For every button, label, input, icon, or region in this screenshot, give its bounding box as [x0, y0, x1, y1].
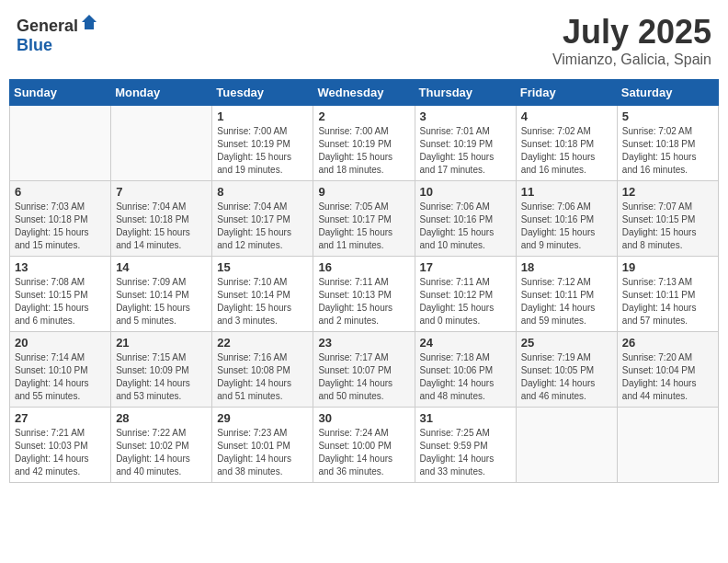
- calendar-cell: 20Sunrise: 7:14 AM Sunset: 10:10 PM Dayl…: [10, 332, 111, 408]
- calendar-header-row: SundayMondayTuesdayWednesdayThursdayFrid…: [10, 80, 719, 106]
- day-number: 2: [318, 109, 409, 123]
- logo-icon: [80, 13, 98, 31]
- logo-general: General: [17, 17, 78, 35]
- day-number: 13: [15, 260, 106, 274]
- calendar-cell: 27Sunrise: 7:21 AM Sunset: 10:03 PM Dayl…: [10, 408, 111, 483]
- day-detail: Sunrise: 7:00 AM Sunset: 10:19 PM Daylig…: [217, 125, 308, 177]
- calendar-cell: 28Sunrise: 7:22 AM Sunset: 10:02 PM Dayl…: [111, 408, 212, 483]
- day-number: 14: [116, 260, 207, 274]
- day-detail: Sunrise: 7:08 AM Sunset: 10:15 PM Daylig…: [15, 276, 106, 327]
- weekday-header: Thursday: [415, 80, 516, 106]
- calendar-cell: 1Sunrise: 7:00 AM Sunset: 10:19 PM Dayli…: [212, 106, 313, 181]
- calendar-cell: 5Sunrise: 7:02 AM Sunset: 10:18 PM Dayli…: [617, 106, 718, 181]
- day-detail: Sunrise: 7:24 AM Sunset: 10:00 PM Daylig…: [318, 427, 409, 478]
- calendar-cell: 8Sunrise: 7:04 AM Sunset: 10:17 PM Dayli…: [212, 181, 313, 257]
- calendar-cell: 19Sunrise: 7:13 AM Sunset: 10:11 PM Dayl…: [617, 257, 718, 332]
- calendar-cell: 9Sunrise: 7:05 AM Sunset: 10:17 PM Dayli…: [313, 181, 415, 257]
- day-detail: Sunrise: 7:06 AM Sunset: 10:16 PM Daylig…: [521, 201, 612, 252]
- day-detail: Sunrise: 7:00 AM Sunset: 10:19 PM Daylig…: [318, 125, 409, 177]
- calendar-cell: 17Sunrise: 7:11 AM Sunset: 10:12 PM Dayl…: [415, 257, 516, 332]
- day-number: 11: [521, 185, 612, 199]
- day-number: 29: [217, 411, 308, 425]
- day-detail: Sunrise: 7:12 AM Sunset: 10:11 PM Daylig…: [521, 276, 612, 327]
- day-detail: Sunrise: 7:04 AM Sunset: 10:17 PM Daylig…: [217, 201, 308, 252]
- day-detail: Sunrise: 7:05 AM Sunset: 10:17 PM Daylig…: [318, 201, 409, 252]
- svg-marker-0: [82, 15, 97, 29]
- page-header: General Blue July 2025 Vimianzo, Galicia…: [9, 9, 719, 72]
- day-number: 22: [217, 336, 308, 350]
- calendar-cell: 12Sunrise: 7:07 AM Sunset: 10:15 PM Dayl…: [617, 181, 718, 257]
- logo: General Blue: [17, 13, 98, 55]
- weekday-header: Sunday: [10, 80, 111, 106]
- calendar-week-row: 1Sunrise: 7:00 AM Sunset: 10:19 PM Dayli…: [10, 106, 719, 181]
- calendar-cell: [516, 408, 617, 483]
- day-number: 19: [622, 260, 713, 274]
- day-detail: Sunrise: 7:01 AM Sunset: 10:19 PM Daylig…: [420, 125, 511, 177]
- calendar-cell: 29Sunrise: 7:23 AM Sunset: 10:01 PM Dayl…: [212, 408, 313, 483]
- day-number: 24: [420, 336, 511, 350]
- day-detail: Sunrise: 7:23 AM Sunset: 10:01 PM Daylig…: [217, 427, 308, 478]
- calendar-cell: 4Sunrise: 7:02 AM Sunset: 10:18 PM Dayli…: [516, 106, 617, 181]
- weekday-header: Monday: [111, 80, 212, 106]
- calendar-cell: 10Sunrise: 7:06 AM Sunset: 10:16 PM Dayl…: [415, 181, 516, 257]
- calendar-week-row: 6Sunrise: 7:03 AM Sunset: 10:18 PM Dayli…: [10, 181, 719, 257]
- weekday-header: Friday: [516, 80, 617, 106]
- location-subtitle: Vimianzo, Galicia, Spain: [552, 52, 711, 68]
- day-number: 3: [420, 109, 511, 123]
- calendar-cell: 18Sunrise: 7:12 AM Sunset: 10:11 PM Dayl…: [516, 257, 617, 332]
- calendar-cell: 3Sunrise: 7:01 AM Sunset: 10:19 PM Dayli…: [415, 106, 516, 181]
- day-detail: Sunrise: 7:14 AM Sunset: 10:10 PM Daylig…: [15, 351, 106, 403]
- day-number: 12: [622, 185, 713, 199]
- day-detail: Sunrise: 7:06 AM Sunset: 10:16 PM Daylig…: [420, 201, 511, 252]
- weekday-header: Saturday: [617, 80, 718, 106]
- calendar-cell: [617, 408, 718, 483]
- day-detail: Sunrise: 7:02 AM Sunset: 10:18 PM Daylig…: [521, 125, 612, 177]
- day-number: 9: [318, 185, 409, 199]
- day-number: 23: [318, 336, 409, 350]
- calendar-week-row: 20Sunrise: 7:14 AM Sunset: 10:10 PM Dayl…: [10, 332, 719, 408]
- day-number: 16: [318, 260, 409, 274]
- day-number: 1: [217, 109, 308, 123]
- day-number: 21: [116, 336, 207, 350]
- weekday-header: Tuesday: [212, 80, 313, 106]
- calendar-cell: 16Sunrise: 7:11 AM Sunset: 10:13 PM Dayl…: [313, 257, 415, 332]
- day-detail: Sunrise: 7:16 AM Sunset: 10:08 PM Daylig…: [217, 351, 308, 403]
- day-number: 20: [15, 336, 106, 350]
- day-detail: Sunrise: 7:11 AM Sunset: 10:12 PM Daylig…: [420, 276, 511, 327]
- calendar-cell: [111, 106, 212, 181]
- day-detail: Sunrise: 7:19 AM Sunset: 10:05 PM Daylig…: [521, 351, 612, 403]
- day-number: 4: [521, 109, 612, 123]
- calendar-cell: 31Sunrise: 7:25 AM Sunset: 9:59 PM Dayli…: [415, 408, 516, 483]
- day-detail: Sunrise: 7:03 AM Sunset: 10:18 PM Daylig…: [15, 201, 106, 252]
- logo-blue: Blue: [17, 36, 52, 54]
- calendar-cell: 26Sunrise: 7:20 AM Sunset: 10:04 PM Dayl…: [617, 332, 718, 408]
- calendar-cell: 15Sunrise: 7:10 AM Sunset: 10:14 PM Dayl…: [212, 257, 313, 332]
- day-detail: Sunrise: 7:09 AM Sunset: 10:14 PM Daylig…: [116, 276, 207, 327]
- calendar-cell: 14Sunrise: 7:09 AM Sunset: 10:14 PM Dayl…: [111, 257, 212, 332]
- day-detail: Sunrise: 7:17 AM Sunset: 10:07 PM Daylig…: [318, 351, 409, 403]
- calendar-cell: 30Sunrise: 7:24 AM Sunset: 10:00 PM Dayl…: [313, 408, 415, 483]
- day-detail: Sunrise: 7:18 AM Sunset: 10:06 PM Daylig…: [420, 351, 511, 403]
- calendar-table: SundayMondayTuesdayWednesdayThursdayFrid…: [9, 79, 719, 483]
- calendar-cell: 6Sunrise: 7:03 AM Sunset: 10:18 PM Dayli…: [10, 181, 111, 257]
- day-detail: Sunrise: 7:02 AM Sunset: 10:18 PM Daylig…: [622, 125, 713, 177]
- day-number: 5: [622, 109, 713, 123]
- day-number: 17: [420, 260, 511, 274]
- calendar-week-row: 27Sunrise: 7:21 AM Sunset: 10:03 PM Dayl…: [10, 408, 719, 483]
- weekday-header: Wednesday: [313, 80, 415, 106]
- day-number: 26: [622, 336, 713, 350]
- day-detail: Sunrise: 7:11 AM Sunset: 10:13 PM Daylig…: [318, 276, 409, 327]
- day-detail: Sunrise: 7:10 AM Sunset: 10:14 PM Daylig…: [217, 276, 308, 327]
- day-number: 27: [15, 411, 106, 425]
- day-number: 10: [420, 185, 511, 199]
- calendar-cell: 13Sunrise: 7:08 AM Sunset: 10:15 PM Dayl…: [10, 257, 111, 332]
- month-year-title: July 2025: [552, 13, 711, 52]
- calendar-cell: 24Sunrise: 7:18 AM Sunset: 10:06 PM Dayl…: [415, 332, 516, 408]
- day-detail: Sunrise: 7:13 AM Sunset: 10:11 PM Daylig…: [622, 276, 713, 327]
- day-number: 31: [420, 411, 511, 425]
- day-number: 18: [521, 260, 612, 274]
- calendar-cell: 22Sunrise: 7:16 AM Sunset: 10:08 PM Dayl…: [212, 332, 313, 408]
- day-detail: Sunrise: 7:21 AM Sunset: 10:03 PM Daylig…: [15, 427, 106, 478]
- day-number: 6: [15, 185, 106, 199]
- day-detail: Sunrise: 7:15 AM Sunset: 10:09 PM Daylig…: [116, 351, 207, 403]
